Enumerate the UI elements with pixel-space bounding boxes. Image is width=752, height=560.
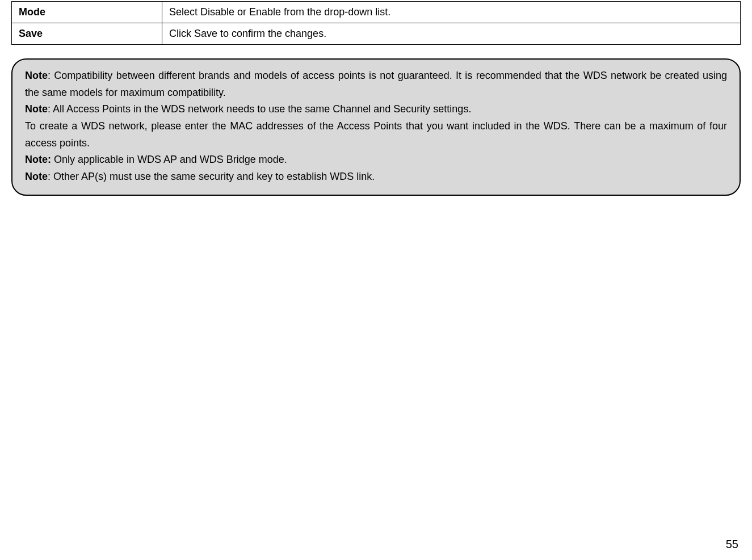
param-description: Click Save to confirm the changes.: [162, 23, 741, 45]
note-text: : Compatibility between different brands…: [25, 70, 727, 98]
note-label: Note: [25, 70, 48, 81]
note-label: Note: [25, 103, 48, 115]
note-line: Note: Other AP(s) must use the same secu…: [25, 169, 727, 186]
note-text: Only applicable in WDS AP and WDS Bridge…: [51, 154, 287, 165]
notes-callout: Note: Compatibility between different br…: [11, 58, 741, 196]
table-row: Save Click Save to confirm the changes.: [12, 23, 741, 45]
note-text: To create a WDS network, please enter th…: [25, 120, 727, 149]
note-line: Note: Compatibility between different br…: [25, 68, 727, 101]
note-line: To create a WDS network, please enter th…: [25, 118, 727, 151]
table-row: Mode Select Disable or Enable from the d…: [12, 2, 741, 23]
note-label: Note: [25, 171, 48, 182]
param-label: Mode: [12, 2, 162, 23]
page-number: 55: [726, 538, 738, 551]
note-text: : All Access Points in the WDS network n…: [48, 103, 471, 115]
note-label: Note:: [25, 154, 51, 165]
param-description: Select Disable or Enable from the drop-d…: [162, 2, 741, 23]
param-label: Save: [12, 23, 162, 45]
note-line: Note: All Access Points in the WDS netwo…: [25, 101, 727, 118]
parameters-table: Mode Select Disable or Enable from the d…: [11, 1, 741, 45]
note-line: Note: Only applicable in WDS AP and WDS …: [25, 151, 727, 169]
note-text: : Other AP(s) must use the same security…: [48, 171, 375, 182]
